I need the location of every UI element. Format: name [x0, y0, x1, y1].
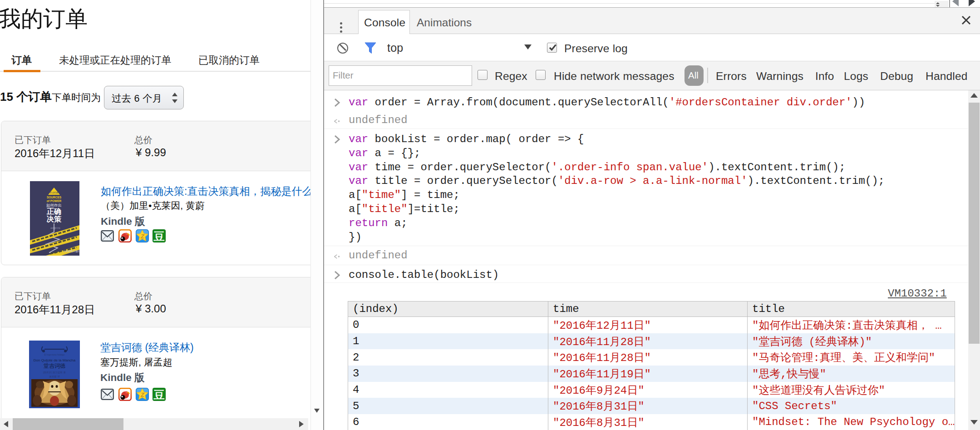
- svg-text:[西班牙] 塞万提斯 著: [西班牙] 塞万提斯 著: [43, 371, 66, 374]
- svg-text:豆: 豆: [153, 230, 165, 242]
- svg-text:屠孟超 译: 屠孟超 译: [49, 375, 60, 378]
- svg-text:人民邮电出版社: 人民邮电出版社: [63, 250, 79, 253]
- svg-text:如何作出: 如何作出: [46, 203, 62, 208]
- svg-text:必读经典: 必读经典: [50, 191, 59, 194]
- svg-text:正确: 正确: [46, 208, 61, 215]
- svg-text:Z: Z: [140, 233, 145, 240]
- svg-text:Z: Z: [140, 391, 145, 398]
- svg-text:Don Quijote de la Mancha: Don Quijote de la Mancha: [34, 358, 76, 362]
- svg-text:豆: 豆: [153, 389, 165, 401]
- svg-text:授权影印版: 授权影印版: [50, 227, 61, 229]
- svg-text:堂吉诃德: 堂吉诃德: [44, 363, 65, 369]
- svg-text:决策: 决策: [46, 215, 62, 223]
- svg-text:El ingenioso hidalgo: El ingenioso hidalgo: [44, 353, 65, 356]
- svg-text:SOURCES: SOURCES: [47, 196, 62, 199]
- svg-text:of POWER: of POWER: [47, 199, 62, 203]
